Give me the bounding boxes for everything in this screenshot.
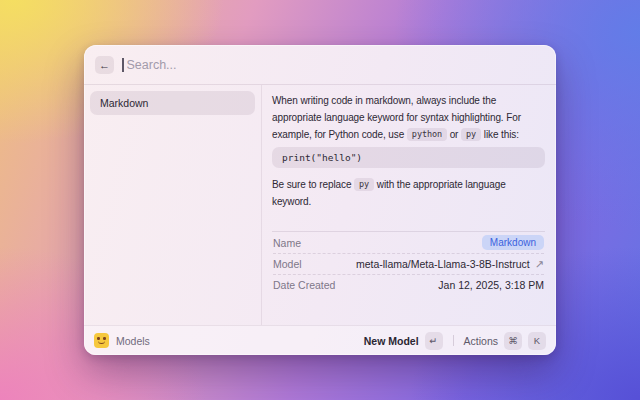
external-link-icon: ↗	[535, 258, 544, 271]
search-input[interactable]	[127, 58, 546, 72]
metadata-label: Name	[273, 237, 301, 249]
metadata-label: Model	[273, 258, 302, 270]
return-key-icon: ↵	[425, 332, 443, 350]
sidebar: Markdown	[84, 85, 262, 325]
date-created-value: Jan 12, 2025, 3:18 PM	[438, 279, 544, 291]
actions-button[interactable]: Actions ⌘ K	[464, 332, 546, 350]
sidebar-item-markdown[interactable]: Markdown	[90, 91, 255, 115]
sidebar-item-label: Markdown	[100, 97, 148, 109]
code-block: print("hello")	[272, 147, 545, 168]
hugging-face-icon	[94, 333, 109, 348]
new-model-label: New Model	[364, 335, 419, 347]
command-key-icon: ⌘	[504, 332, 522, 350]
search-bar: ←	[84, 45, 556, 85]
text-run: or	[447, 129, 461, 140]
text-run: Be sure to replace	[272, 179, 354, 190]
back-button[interactable]: ←	[95, 56, 114, 74]
arrow-left-icon: ←	[99, 59, 110, 71]
text-caret	[122, 58, 124, 72]
metadata-row-model: Model meta-llama/Meta-Llama-3-8B-Instruc…	[273, 253, 544, 274]
model-value: meta-llama/Meta-Llama-3-8B-Instruct	[356, 258, 530, 270]
metadata-row-date-created: Date Created Jan 12, 2025, 3:18 PM	[273, 274, 544, 295]
inline-code-chip: python	[407, 128, 447, 141]
k-key: K	[528, 332, 546, 350]
name-badge: Markdown	[482, 235, 544, 250]
actions-label: Actions	[464, 335, 498, 347]
prompt-paragraph-2: Be sure to replace py with the appropria…	[272, 176, 545, 210]
window-body: Markdown When writing code in markdown, …	[84, 85, 556, 325]
detail-panel: When writing code in markdown, always in…	[262, 85, 556, 325]
inline-code-chip: py	[461, 128, 481, 141]
model-link[interactable]: meta-llama/Meta-Llama-3-8B-Instruct ↗	[356, 258, 544, 271]
text-run: like this:	[481, 129, 519, 140]
metadata-section: Name Markdown Model meta-llama/Meta-Llam…	[272, 231, 545, 295]
desktop-background: ← Markdown When writing code in markdown…	[0, 0, 640, 400]
metadata-label: Date Created	[273, 279, 335, 291]
metadata-row-name: Name Markdown	[273, 232, 544, 253]
status-bar: Models New Model ↵ Actions ⌘ K	[84, 325, 556, 355]
app-window: ← Markdown When writing code in markdown…	[84, 45, 556, 355]
prompt-paragraph-1: When writing code in markdown, always in…	[272, 92, 545, 143]
context-label: Models	[116, 335, 150, 347]
inline-code-chip: py	[354, 178, 374, 191]
footer-divider	[453, 335, 454, 346]
new-model-button[interactable]: New Model ↵	[364, 332, 443, 350]
